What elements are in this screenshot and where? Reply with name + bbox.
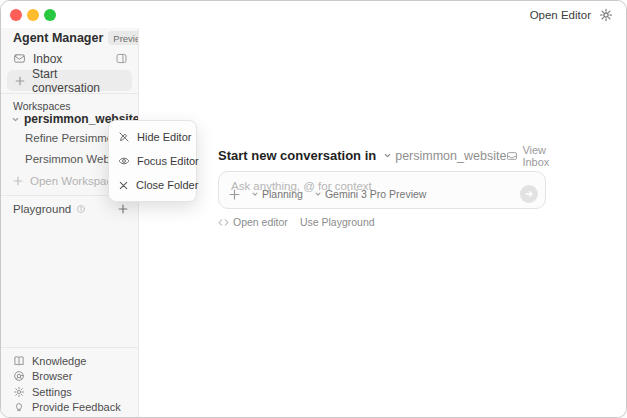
app-window: Open Editor Agent Manager Preview bbox=[0, 0, 627, 418]
hide-editor-label: Hide Editor bbox=[137, 131, 191, 143]
attach-plus-icon[interactable] bbox=[229, 189, 240, 200]
model-dropdown[interactable]: Gemini 3 Pro Preview bbox=[314, 188, 427, 200]
open-editor-link-label: Open editor bbox=[233, 216, 288, 228]
view-inbox-button[interactable]: View Inbox bbox=[506, 144, 552, 168]
workspace-selector-dropdown[interactable]: persimmon_website bbox=[383, 149, 506, 163]
use-playground-label: Use Playground bbox=[300, 216, 375, 228]
code-icon bbox=[218, 217, 229, 228]
open-editor-link[interactable]: Open editor bbox=[218, 216, 288, 228]
focus-editor-label: Focus Editor bbox=[137, 155, 199, 167]
plus-icon bbox=[15, 76, 25, 86]
page-title: Start new conversation in bbox=[218, 148, 376, 163]
open-workspace-label: Open Workspace bbox=[30, 175, 119, 187]
chevron-down-icon bbox=[314, 190, 322, 198]
menu-item-focus-editor[interactable]: Focus Editor bbox=[109, 149, 196, 173]
x-icon bbox=[118, 180, 129, 191]
playground-section: Playground bbox=[1, 200, 138, 218]
close-folder-label: Close Folder bbox=[136, 179, 198, 191]
zoom-button[interactable] bbox=[44, 9, 56, 21]
workspaces-section-label: Workspaces bbox=[1, 94, 138, 112]
knowledge-label: Knowledge bbox=[32, 355, 86, 367]
view-inbox-label: View Inbox bbox=[522, 144, 549, 168]
chevron-down-icon bbox=[251, 190, 259, 198]
menu-item-close-folder[interactable]: Close Folder bbox=[109, 173, 196, 197]
open-editor-button[interactable]: Open Editor bbox=[530, 9, 591, 21]
mode-label: Planning bbox=[262, 188, 303, 200]
eye-icon bbox=[118, 155, 130, 167]
composer: Planning Gemini 3 Pro Preview bbox=[218, 171, 546, 209]
app-title: Agent Manager bbox=[13, 31, 103, 45]
sidebar-footer: Knowledge Browser bbox=[1, 347, 138, 418]
minimize-button[interactable] bbox=[27, 9, 39, 21]
titlebar: Open Editor bbox=[1, 1, 626, 28]
start-conversation-label: Start conversation bbox=[32, 67, 124, 95]
workspace-selector-label: persimmon_website bbox=[395, 149, 506, 163]
context-menu: Hide Editor Focus Editor Close Folder bbox=[108, 120, 197, 202]
panel-toggle-icon[interactable] bbox=[115, 52, 128, 65]
model-label: Gemini 3 Pro Preview bbox=[325, 188, 427, 200]
new-conversation-panel: Start new conversation in persimmon_webs… bbox=[218, 147, 546, 228]
menu-item-hide-editor[interactable]: Hide Editor bbox=[109, 125, 196, 149]
add-playground-icon[interactable] bbox=[118, 204, 128, 214]
settings-label: Settings bbox=[32, 386, 72, 398]
pen-slash-icon bbox=[118, 131, 130, 143]
traffic-lights bbox=[10, 9, 56, 21]
gear-icon[interactable] bbox=[599, 8, 613, 22]
info-icon[interactable] bbox=[76, 204, 86, 214]
book-icon bbox=[13, 355, 25, 367]
start-conversation-button[interactable]: Start conversation bbox=[7, 70, 132, 91]
use-playground-link[interactable]: Use Playground bbox=[300, 216, 375, 228]
sidebar-item-feedback[interactable]: Provide Feedback bbox=[1, 400, 138, 416]
sidebar-item-browser[interactable]: Browser bbox=[1, 369, 138, 385]
browser-icon bbox=[13, 370, 25, 382]
sidebar: Agent Manager Preview Inbox bbox=[1, 28, 139, 418]
mode-dropdown[interactable]: Planning bbox=[251, 188, 303, 200]
envelope-icon bbox=[13, 52, 26, 65]
lightbulb-icon bbox=[13, 401, 25, 413]
feedback-label: Provide Feedback bbox=[32, 401, 121, 413]
inbox-label: Inbox bbox=[33, 52, 62, 66]
plus-icon bbox=[13, 176, 23, 186]
preview-badge: Preview bbox=[108, 31, 139, 45]
gear-icon bbox=[13, 386, 25, 398]
inbox-tray-icon bbox=[506, 150, 518, 162]
chevron-down-icon[interactable] bbox=[11, 115, 20, 124]
playground-label: Playground bbox=[13, 203, 71, 215]
chevron-down-icon bbox=[383, 151, 392, 160]
browser-label: Browser bbox=[32, 370, 72, 382]
sidebar-item-settings[interactable]: Settings bbox=[1, 384, 138, 400]
close-button[interactable] bbox=[10, 9, 22, 21]
sidebar-item-knowledge[interactable]: Knowledge bbox=[1, 353, 138, 369]
send-button[interactable] bbox=[520, 185, 538, 203]
